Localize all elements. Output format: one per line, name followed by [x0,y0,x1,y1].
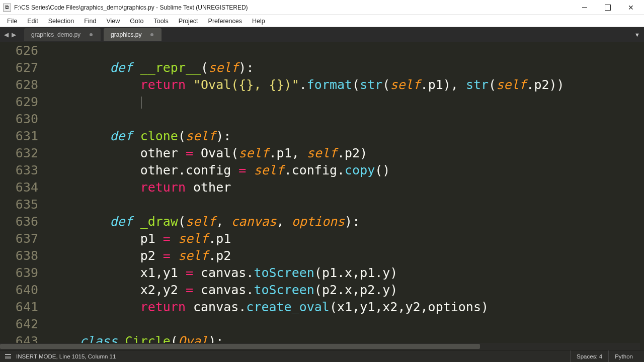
tab-graphics_demo-py[interactable]: graphics_demo.py [24,28,101,41]
line-number: 636 [0,213,38,230]
tab-history-forward-icon[interactable]: ▶ [11,31,17,38]
menu-find[interactable]: Find [79,16,101,26]
line-number: 628 [0,76,38,94]
window-maximize-button[interactable] [601,3,615,13]
line-number: 635 [0,196,38,213]
status-indent[interactable]: Spaces: 4 [570,350,608,362]
line-number: 640 [0,282,38,299]
horizontal-scrollbar-thumb[interactable] [0,344,480,349]
code-line[interactable] [49,196,636,213]
code-line[interactable] [49,316,636,333]
window-title: F:\CS Series\Code Files\graphics_demo\gr… [14,4,578,11]
code-line[interactable] [49,94,636,111]
tab-strip: ◀ ▶ graphics_demo.pygraphics.py ▼ [0,27,644,42]
line-number: 632 [0,145,38,162]
menu-selection[interactable]: Selection [43,16,79,26]
line-number: 637 [0,230,38,247]
status-bar: INSERT MODE, Line 1015, Column 11 Spaces… [0,350,644,362]
tab-history-back-icon[interactable]: ◀ [3,31,10,38]
code-line[interactable]: other.config = self.config.copy() [49,162,636,179]
menu-icon[interactable] [5,354,11,358]
line-number: 633 [0,162,38,179]
menu-file[interactable]: File [2,16,22,26]
minimap[interactable] [636,42,644,350]
line-number: 641 [0,299,38,316]
line-number: 627 [0,59,38,76]
status-mode-text: INSERT MODE, Line 1015, Column 11 [16,353,570,359]
code-line[interactable]: return other [49,179,636,196]
tab-overflow-icon[interactable]: ▼ [634,32,640,38]
line-number: 642 [0,316,38,333]
menu-goto[interactable]: Goto [125,16,148,26]
menu-preferences[interactable]: Preferences [203,16,247,26]
line-number: 630 [0,111,38,128]
code-line[interactable]: x1,y1 = canvas.toScreen(p1.x,p1.y) [49,264,636,282]
line-number: 631 [0,128,38,145]
code-line[interactable]: other = Oval(self.p1, self.p2) [49,145,636,162]
horizontal-scrollbar[interactable] [0,343,640,350]
code-area[interactable]: def __repr__(self): return "Oval({}, {})… [45,42,636,350]
code-line[interactable]: def clone(self): [49,128,636,145]
code-line[interactable]: def __repr__(self): [49,59,636,76]
unsaved-dot-icon [150,33,153,36]
window-titlebar: ⧉ F:\CS Series\Code Files\graphics_demo\… [0,0,644,15]
window-minimize-button[interactable] [578,3,592,13]
menu-bar: FileEditSelectionFindViewGotoToolsProjec… [0,15,644,27]
status-language[interactable]: Python [608,350,639,362]
code-line[interactable]: p2 = self.p2 [49,247,636,264]
code-line[interactable]: return "Oval({}, {})".format(str(self.p1… [49,76,636,94]
code-line[interactable]: x2,y2 = canvas.toScreen(p2.x,p2.y) [49,282,636,299]
code-line[interactable] [49,111,636,128]
line-number-gutter: 6266276286296306316326336346356366376386… [0,42,45,350]
tab-graphics-py[interactable]: graphics.py [104,28,162,41]
tab-label: graphics.py [111,31,141,38]
window-close-button[interactable] [624,3,638,13]
unsaved-dot-icon [90,33,93,36]
code-line[interactable]: return canvas.create_oval(x1,y1,x2,y2,op… [49,299,636,316]
code-editor[interactable]: 6266276286296306316326336346356366376386… [0,42,644,350]
code-line[interactable]: def _draw(self, canvas, options): [49,213,636,230]
line-number: 638 [0,247,38,264]
line-number: 626 [0,42,38,59]
line-number: 634 [0,179,38,196]
code-line[interactable]: p1 = self.p1 [49,230,636,247]
app-icon: ⧉ [3,4,11,12]
menu-help[interactable]: Help [247,16,270,26]
code-line[interactable] [49,42,636,59]
line-number: 629 [0,94,38,111]
menu-view[interactable]: View [101,16,125,26]
menu-tools[interactable]: Tools [148,16,173,26]
tab-label: graphics_demo.py [31,31,80,38]
menu-edit[interactable]: Edit [22,16,43,26]
menu-project[interactable]: Project [174,16,203,26]
line-number: 639 [0,264,38,282]
